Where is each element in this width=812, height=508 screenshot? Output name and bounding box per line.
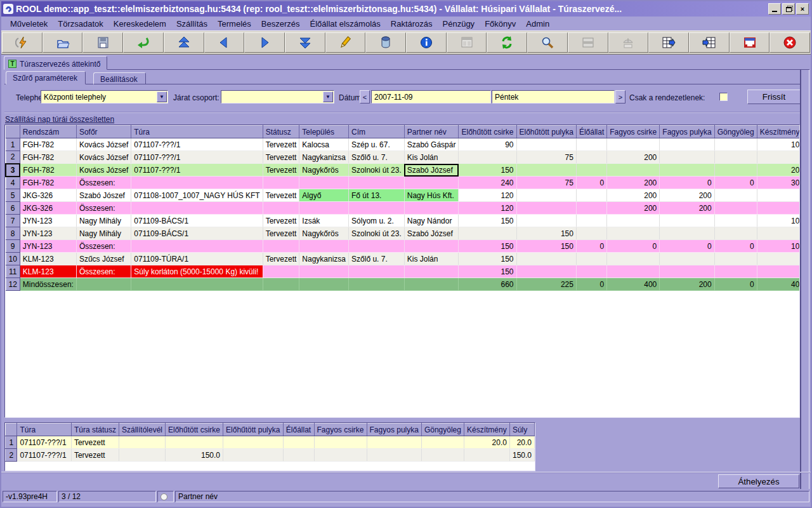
cell[interactable] xyxy=(131,202,263,215)
cell[interactable]: 40 xyxy=(757,278,800,291)
cell[interactable] xyxy=(76,278,131,291)
cell[interactable]: 10 xyxy=(757,215,800,227)
column-header[interactable]: Készítmény xyxy=(757,126,800,138)
frissit-button[interactable]: Frissít xyxy=(747,90,801,104)
cell[interactable] xyxy=(516,189,576,202)
cell[interactable]: Szabó Jószef xyxy=(76,189,131,202)
column-header[interactable]: Státusz xyxy=(263,126,299,138)
cell[interactable] xyxy=(263,202,299,215)
cell[interactable]: KLM-123 xyxy=(20,265,76,278)
cell[interactable] xyxy=(223,436,284,449)
cell[interactable] xyxy=(660,253,714,265)
cell[interactable] xyxy=(576,151,606,164)
cell[interactable]: JYN-123 xyxy=(20,215,76,227)
form-button[interactable] xyxy=(447,32,487,53)
row-number[interactable]: 8 xyxy=(6,227,20,240)
cell[interactable]: 150 xyxy=(516,240,576,253)
cell[interactable]: 200 xyxy=(607,177,660,189)
cell[interactable] xyxy=(660,151,714,164)
column-header[interactable]: Túra státusz xyxy=(71,424,119,436)
cell[interactable]: 120 xyxy=(459,189,516,202)
cell[interactable] xyxy=(714,215,757,227)
cell[interactable]: Szőlő u. 7. xyxy=(349,253,405,265)
cell[interactable]: 150 xyxy=(459,253,516,265)
cell[interactable] xyxy=(757,227,800,240)
next-day-button[interactable]: > xyxy=(615,90,625,104)
cell[interactable]: 30 xyxy=(757,177,800,189)
execute-button[interactable] xyxy=(2,32,43,53)
cell[interactable] xyxy=(576,189,606,202)
cell[interactable]: 90 xyxy=(459,138,516,151)
close-button[interactable]: × xyxy=(796,3,809,15)
column-header[interactable]: Göngyöleg xyxy=(714,126,757,138)
datum-input[interactable]: 2007-11-09 xyxy=(371,90,491,104)
cell[interactable]: Kovács József xyxy=(76,151,131,164)
cell[interactable]: 071109-BÁCS/1 xyxy=(131,215,263,227)
cell[interactable]: 071109-TÚRA/1 xyxy=(131,253,263,265)
cell[interactable]: 150 xyxy=(459,240,516,253)
cell[interactable]: Izsák xyxy=(299,215,349,227)
column-header[interactable]: Élőállat xyxy=(576,126,606,138)
cell[interactable] xyxy=(263,240,299,253)
cell[interactable]: 10 xyxy=(757,138,800,151)
cell[interactable]: 75 xyxy=(516,151,576,164)
minimize-button[interactable] xyxy=(768,3,781,15)
menu-raktarozas[interactable]: Raktározás xyxy=(386,18,438,30)
cell[interactable]: 071107-???/1 xyxy=(131,151,263,164)
cell[interactable]: Kis Jolán xyxy=(404,151,459,164)
cell[interactable]: Összesen: xyxy=(76,202,131,215)
exit-button[interactable] xyxy=(769,32,810,53)
right-splitter[interactable] xyxy=(800,70,809,489)
cell[interactable]: 0 xyxy=(576,240,606,253)
column-header[interactable]: Élőállat xyxy=(283,424,314,436)
cell[interactable]: Fő út 13. xyxy=(349,189,405,202)
cell[interactable]: 071107-???/1 xyxy=(131,138,263,151)
menu-muveletek[interactable]: Műveletek xyxy=(5,18,53,30)
cell[interactable] xyxy=(660,215,714,227)
cell[interactable]: 150.0 xyxy=(165,449,223,462)
cell[interactable] xyxy=(714,265,757,278)
cell[interactable]: Nagy Hús Kft. xyxy=(404,189,459,202)
cell[interactable]: Összesen: xyxy=(76,265,131,278)
cell[interactable]: 400 xyxy=(607,278,660,291)
column-header[interactable] xyxy=(6,126,20,138)
cell[interactable]: 75 xyxy=(516,177,576,189)
cell[interactable] xyxy=(349,240,405,253)
cell[interactable]: 150 xyxy=(459,164,516,177)
cell[interactable]: Tervezett xyxy=(71,449,119,462)
cell[interactable] xyxy=(607,164,660,177)
cell[interactable] xyxy=(714,151,757,164)
column-header[interactable]: Szállítólevél xyxy=(119,424,165,436)
cell[interactable]: Tervezett xyxy=(263,189,299,202)
menu-beszerzes[interactable]: Beszerzés xyxy=(256,18,305,30)
cell[interactable] xyxy=(607,265,660,278)
cell[interactable] xyxy=(299,240,349,253)
cell[interactable]: Szűcs József xyxy=(76,253,131,265)
telephely-select[interactable]: Központi telephely ▼ xyxy=(41,90,168,104)
cell[interactable]: 20 xyxy=(757,164,800,177)
open-button[interactable] xyxy=(43,32,83,53)
column-header[interactable]: Cím xyxy=(349,126,405,138)
cell[interactable] xyxy=(714,227,757,240)
cell[interactable] xyxy=(607,138,660,151)
cell[interactable]: 071107-???/1 xyxy=(17,449,71,462)
row-number[interactable]: 1 xyxy=(6,138,20,151)
menu-eloallat-elszamolas[interactable]: Élőállat elszámolás xyxy=(305,18,386,30)
column-header[interactable]: Túra xyxy=(131,126,263,138)
cell[interactable] xyxy=(576,202,606,215)
cell[interactable] xyxy=(283,449,314,462)
column-header[interactable]: Göngyöleg xyxy=(421,424,464,436)
table-export-button[interactable] xyxy=(648,32,689,53)
cell[interactable] xyxy=(516,202,576,215)
cell[interactable] xyxy=(283,436,314,449)
row-number[interactable]: 11 xyxy=(6,265,20,278)
cell[interactable]: 150 xyxy=(459,215,516,227)
cell[interactable]: Tervezett xyxy=(263,215,299,227)
cell[interactable]: 150 xyxy=(459,265,516,278)
cell[interactable] xyxy=(757,151,800,164)
cell[interactable]: Mindösszesen: xyxy=(20,278,76,291)
tab-turaszervezes[interactable]: T Túraszervezés áttekintő xyxy=(4,56,107,70)
cell[interactable] xyxy=(714,253,757,265)
cell[interactable]: 0 xyxy=(714,278,757,291)
rows-button[interactable] xyxy=(568,32,608,53)
